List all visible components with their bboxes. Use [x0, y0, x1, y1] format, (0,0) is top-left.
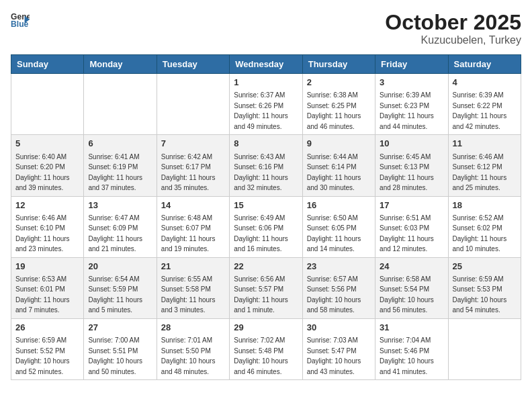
- day-cell: 25Sunrise: 6:59 AM Sunset: 5:53 PM Dayli…: [448, 257, 521, 318]
- day-info: Sunrise: 6:37 AM Sunset: 6:26 PM Dayligh…: [234, 91, 288, 130]
- day-info: Sunrise: 7:04 AM Sunset: 5:46 PM Dayligh…: [380, 336, 434, 375]
- day-number: 15: [234, 199, 298, 212]
- day-cell: 18Sunrise: 6:52 AM Sunset: 6:02 PM Dayli…: [448, 196, 521, 257]
- day-info: Sunrise: 6:53 AM Sunset: 6:01 PM Dayligh…: [15, 275, 70, 314]
- day-number: 18: [453, 199, 517, 212]
- day-info: Sunrise: 7:02 AM Sunset: 5:48 PM Dayligh…: [234, 336, 288, 375]
- day-info: Sunrise: 6:38 AM Sunset: 6:25 PM Dayligh…: [307, 91, 361, 130]
- day-cell: 17Sunrise: 6:51 AM Sunset: 6:03 PM Dayli…: [375, 196, 448, 257]
- week-row-5: 26Sunrise: 6:59 AM Sunset: 5:52 PM Dayli…: [11, 318, 521, 379]
- day-number: 3: [380, 77, 443, 89]
- day-cell: [448, 318, 521, 379]
- day-number: 21: [161, 261, 225, 273]
- header-monday: Monday: [84, 55, 157, 74]
- day-cell: 15Sunrise: 6:49 AM Sunset: 6:06 PM Dayli…: [230, 196, 302, 257]
- day-cell: 22Sunrise: 6:56 AM Sunset: 5:57 PM Dayli…: [230, 257, 302, 318]
- day-number: 7: [161, 138, 225, 150]
- week-row-2: 5Sunrise: 6:40 AM Sunset: 6:20 PM Daylig…: [11, 135, 521, 196]
- day-info: Sunrise: 6:59 AM Sunset: 5:52 PM Dayligh…: [15, 336, 70, 375]
- day-number: 25: [453, 261, 517, 273]
- logo: General Blue: [11, 11, 30, 30]
- day-number: 19: [15, 261, 79, 273]
- calendar-subtitle: Kuzucubelen, Turkey: [385, 34, 521, 46]
- day-number: 29: [234, 322, 298, 334]
- day-info: Sunrise: 6:39 AM Sunset: 6:22 PM Dayligh…: [453, 91, 507, 130]
- day-cell: [84, 74, 157, 135]
- day-number: 14: [161, 199, 225, 212]
- day-number: 11: [453, 138, 517, 150]
- day-info: Sunrise: 6:46 AM Sunset: 6:10 PM Dayligh…: [15, 214, 70, 253]
- day-number: 5: [15, 138, 79, 150]
- day-info: Sunrise: 6:56 AM Sunset: 5:57 PM Dayligh…: [234, 275, 288, 314]
- calendar-title: October 2025: [385, 11, 521, 34]
- day-cell: 10Sunrise: 6:45 AM Sunset: 6:13 PM Dayli…: [375, 135, 448, 196]
- day-info: Sunrise: 6:49 AM Sunset: 6:06 PM Dayligh…: [234, 214, 288, 253]
- week-row-4: 19Sunrise: 6:53 AM Sunset: 6:01 PM Dayli…: [11, 257, 521, 318]
- header-wednesday: Wednesday: [230, 55, 302, 74]
- day-number: 20: [88, 261, 152, 273]
- week-row-3: 12Sunrise: 6:46 AM Sunset: 6:10 PM Dayli…: [11, 196, 521, 257]
- day-number: 23: [307, 261, 371, 273]
- day-cell: 2Sunrise: 6:38 AM Sunset: 6:25 PM Daylig…: [302, 74, 375, 135]
- week-row-1: 1Sunrise: 6:37 AM Sunset: 6:26 PM Daylig…: [11, 74, 521, 135]
- day-number: 12: [15, 199, 79, 212]
- header-tuesday: Tuesday: [157, 55, 229, 74]
- title-block: October 2025 Kuzucubelen, Turkey: [385, 11, 521, 46]
- day-number: 17: [380, 199, 443, 212]
- day-info: Sunrise: 6:54 AM Sunset: 5:59 PM Dayligh…: [88, 275, 142, 314]
- day-number: 8: [234, 138, 298, 150]
- day-info: Sunrise: 6:43 AM Sunset: 6:16 PM Dayligh…: [234, 153, 288, 192]
- day-info: Sunrise: 7:03 AM Sunset: 5:47 PM Dayligh…: [307, 336, 361, 375]
- day-cell: 26Sunrise: 6:59 AM Sunset: 5:52 PM Dayli…: [11, 318, 84, 379]
- day-cell: [157, 74, 229, 135]
- day-cell: 16Sunrise: 6:50 AM Sunset: 6:05 PM Dayli…: [302, 196, 375, 257]
- logo-icon: General Blue: [11, 11, 30, 30]
- day-cell: 28Sunrise: 7:01 AM Sunset: 5:50 PM Dayli…: [157, 318, 229, 379]
- day-cell: 27Sunrise: 7:00 AM Sunset: 5:51 PM Dayli…: [84, 318, 157, 379]
- day-cell: 19Sunrise: 6:53 AM Sunset: 6:01 PM Dayli…: [11, 257, 84, 318]
- day-cell: 14Sunrise: 6:48 AM Sunset: 6:07 PM Dayli…: [157, 196, 229, 257]
- header-friday: Friday: [375, 55, 448, 74]
- day-info: Sunrise: 6:58 AM Sunset: 5:54 PM Dayligh…: [380, 275, 434, 314]
- day-info: Sunrise: 6:45 AM Sunset: 6:13 PM Dayligh…: [380, 153, 434, 192]
- day-number: 4: [453, 77, 517, 89]
- day-info: Sunrise: 6:55 AM Sunset: 5:58 PM Dayligh…: [161, 275, 216, 314]
- day-cell: 1Sunrise: 6:37 AM Sunset: 6:26 PM Daylig…: [230, 74, 302, 135]
- day-number: 9: [307, 138, 371, 150]
- day-number: 31: [380, 322, 443, 334]
- day-info: Sunrise: 7:00 AM Sunset: 5:51 PM Dayligh…: [88, 336, 142, 375]
- day-cell: 6Sunrise: 6:41 AM Sunset: 6:19 PM Daylig…: [84, 135, 157, 196]
- day-info: Sunrise: 6:51 AM Sunset: 6:03 PM Dayligh…: [380, 214, 434, 253]
- day-number: 30: [307, 322, 371, 334]
- day-cell: 7Sunrise: 6:42 AM Sunset: 6:17 PM Daylig…: [157, 135, 229, 196]
- day-info: Sunrise: 6:41 AM Sunset: 6:19 PM Dayligh…: [88, 153, 142, 192]
- calendar-table: Sunday Monday Tuesday Wednesday Thursday…: [11, 54, 521, 380]
- day-cell: 20Sunrise: 6:54 AM Sunset: 5:59 PM Dayli…: [84, 257, 157, 318]
- page-header: General Blue October 2025 Kuzucubelen, T…: [11, 11, 521, 46]
- day-info: Sunrise: 6:50 AM Sunset: 6:05 PM Dayligh…: [307, 214, 361, 253]
- day-cell: 21Sunrise: 6:55 AM Sunset: 5:58 PM Dayli…: [157, 257, 229, 318]
- day-number: 24: [380, 261, 443, 273]
- day-cell: 9Sunrise: 6:44 AM Sunset: 6:14 PM Daylig…: [302, 135, 375, 196]
- day-number: 22: [234, 261, 298, 273]
- day-number: 16: [307, 199, 371, 212]
- day-cell: 3Sunrise: 6:39 AM Sunset: 6:23 PM Daylig…: [375, 74, 448, 135]
- day-info: Sunrise: 6:57 AM Sunset: 5:56 PM Dayligh…: [307, 275, 361, 314]
- day-cell: 4Sunrise: 6:39 AM Sunset: 6:22 PM Daylig…: [448, 74, 521, 135]
- day-info: Sunrise: 7:01 AM Sunset: 5:50 PM Dayligh…: [161, 336, 216, 375]
- day-info: Sunrise: 6:40 AM Sunset: 6:20 PM Dayligh…: [15, 153, 70, 192]
- header-thursday: Thursday: [302, 55, 375, 74]
- day-cell: 5Sunrise: 6:40 AM Sunset: 6:20 PM Daylig…: [11, 135, 84, 196]
- day-number: 10: [380, 138, 443, 150]
- day-info: Sunrise: 6:44 AM Sunset: 6:14 PM Dayligh…: [307, 153, 361, 192]
- day-info: Sunrise: 6:59 AM Sunset: 5:53 PM Dayligh…: [453, 275, 507, 314]
- day-number: 6: [88, 138, 152, 150]
- day-cell: [11, 74, 84, 135]
- day-info: Sunrise: 6:42 AM Sunset: 6:17 PM Dayligh…: [161, 153, 216, 192]
- day-info: Sunrise: 6:46 AM Sunset: 6:12 PM Dayligh…: [453, 153, 507, 192]
- day-number: 1: [234, 77, 298, 89]
- day-cell: 29Sunrise: 7:02 AM Sunset: 5:48 PM Dayli…: [230, 318, 302, 379]
- day-cell: 30Sunrise: 7:03 AM Sunset: 5:47 PM Dayli…: [302, 318, 375, 379]
- day-number: 28: [161, 322, 225, 334]
- day-number: 26: [15, 322, 79, 334]
